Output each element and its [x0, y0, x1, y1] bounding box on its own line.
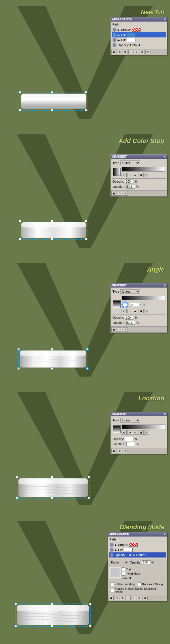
gradient-panel-2: GRADIENT ✕ Type Linear Radial ↩ ↪: [110, 154, 167, 197]
blend-mode-select-5[interactable]: Darken Normal Multiply Screen Overlay: [109, 560, 129, 565]
appearance-fill-row-1[interactable]: ▶ Fill:: [112, 32, 166, 37]
divider-3a: [112, 314, 166, 315]
clip-checkbox-5[interactable]: [122, 567, 125, 571]
appearance-toolbar-1: ▣ fx 🗑 ↑ ↓ ⧉ ✕: [111, 49, 167, 55]
stroke-swatch-1[interactable]: [132, 28, 141, 32]
invert-mask-checkbox-5[interactable]: [122, 572, 125, 576]
opacity-mask-checkbox-5[interactable]: [110, 589, 114, 592]
appearance-opacity-row-5[interactable]: Opacity: 100% Darken: [109, 552, 166, 558]
clip-checkbox-label-5[interactable]: Clip: [122, 567, 141, 571]
add-stroke-btn-5[interactable]: fx: [114, 596, 119, 600]
opacity-blend-input-5[interactable]: [142, 560, 150, 564]
grad-tool-c-4[interactable]: ✕: [123, 449, 128, 453]
grad-tool-b-4[interactable]: ⧉: [117, 449, 122, 453]
location-input-4[interactable]: [126, 442, 135, 446]
svg-rect-44: [51, 476, 53, 478]
eye-icon-stroke-1: [112, 28, 116, 32]
angle-input-3[interactable]: [129, 303, 139, 307]
grad-btn-a-3[interactable]: ↩: [122, 309, 127, 313]
fill-arrow-1: ▶: [118, 33, 120, 37]
gradient-panel-titlebar-2: GRADIENT ✕: [111, 155, 167, 159]
stroke-swatch-5[interactable]: [129, 543, 138, 547]
grad-btn-e-2[interactable]: ✕: [144, 173, 149, 177]
location-label-4: Location:: [112, 442, 125, 446]
grad-tool-a-4[interactable]: ▣: [111, 449, 116, 453]
gradient-preview-row-2: ↩ ↪ ⇄ ▣ ✕: [112, 166, 166, 178]
opacity-input-4[interactable]: [125, 437, 133, 441]
add-fill-btn-5[interactable]: ▣: [109, 596, 114, 600]
invert-mask-checkbox-label-5[interactable]: Invert Mask: [122, 572, 141, 576]
appearance-stroke-row-1[interactable]: ▶ Stroke:: [112, 27, 166, 32]
appearance-fill-row-5[interactable]: ▶ Fill:: [109, 547, 166, 552]
up-btn-5[interactable]: ↑: [126, 596, 131, 600]
grad-tool-c-3[interactable]: ✕: [123, 327, 128, 332]
gradient-bar-4[interactable]: [122, 425, 165, 429]
dup-btn-5[interactable]: ⧉: [137, 596, 142, 600]
opacity-mask-label-5[interactable]: Opacity & Mask Define Knockout Shape: [110, 587, 165, 594]
grad-tool-a-2[interactable]: ▣: [111, 191, 116, 196]
grad-btn-a-4[interactable]: ↩: [122, 430, 127, 435]
grad-btn-c-2[interactable]: ⇄: [133, 173, 138, 177]
dup-btn-1[interactable]: ⧉: [140, 50, 145, 54]
svg-rect-9: [51, 91, 53, 93]
grad-btn-e-3[interactable]: ✕: [144, 309, 149, 313]
fill-swatch-1[interactable]: [127, 33, 135, 37]
fill2-swatch-1[interactable]: [127, 38, 135, 42]
add-fill-btn-1[interactable]: ▣: [111, 50, 116, 54]
gradient-location-row-2: Location: %: [112, 184, 166, 189]
appearance-fill2-row-1[interactable]: ▶ Fill:: [112, 37, 166, 43]
gradient-bar-2[interactable]: [122, 167, 165, 172]
opacity-input-3[interactable]: [125, 316, 133, 320]
appearance-panel-close-5[interactable]: ✕: [163, 533, 166, 536]
location-input-2[interactable]: [126, 185, 135, 189]
opacity-input-2[interactable]: [125, 180, 133, 183]
svg-rect-10: [51, 109, 53, 111]
isolate-blending-checkbox-5[interactable]: [110, 582, 114, 586]
divider-2a: [112, 178, 166, 179]
grad-btn-e-4[interactable]: ✕: [144, 430, 149, 435]
down-btn-1[interactable]: ↓: [134, 50, 139, 54]
location-input-3[interactable]: [126, 321, 135, 325]
grad-tool-b-2[interactable]: ⧉: [117, 191, 122, 196]
grad-btn-b-2[interactable]: ↪: [127, 173, 132, 177]
svg-rect-54: [89, 625, 91, 627]
gradient-opacity-row-4: Opacity: %: [112, 436, 166, 442]
down-btn-5[interactable]: ↓: [131, 596, 136, 600]
add-stroke-btn-1[interactable]: fx: [117, 50, 122, 54]
gradient-opacity-row-3: Opacity: %: [112, 315, 166, 320]
del-btn-1[interactable]: ✕: [145, 50, 150, 54]
grad-tool-b-3[interactable]: ⧉: [117, 327, 122, 332]
grad-btn-d-3[interactable]: ▣: [139, 309, 144, 313]
grad-btn-d-2[interactable]: ▣: [139, 173, 144, 177]
grad-btn-c-4[interactable]: ⇄: [133, 430, 138, 435]
gradient-bar-3[interactable]: [122, 296, 165, 300]
knockout-group-label-5[interactable]: Knockout Group: [138, 582, 163, 586]
appearance-panel-close-1[interactable]: ✕: [163, 18, 166, 21]
eye-icon-opacity-5: [110, 553, 114, 557]
grad-tool-a-3[interactable]: ▣: [111, 327, 116, 332]
clear-btn-1[interactable]: 🗑: [123, 50, 128, 54]
angle-reverse-3[interactable]: ⇄: [142, 303, 147, 307]
del-btn-5[interactable]: ✕: [143, 596, 148, 600]
type-select-4[interactable]: Linear: [120, 418, 140, 423]
knockout-group-checkbox-5[interactable]: [138, 582, 142, 586]
clear-btn-5[interactable]: 🗑: [120, 596, 125, 600]
gradient-panel-close-3[interactable]: ✕: [163, 284, 166, 287]
fill-label-1: Fill:: [121, 33, 126, 37]
appearance-stroke-row-5[interactable]: ▶ Stroke:: [109, 542, 166, 547]
grad-btn-d-4[interactable]: ▣: [139, 430, 144, 435]
type-select-2[interactable]: Linear Radial: [120, 161, 140, 165]
opacity-value-5: 100% Darken: [127, 553, 146, 557]
gradient-panel-close-2[interactable]: ✕: [163, 155, 166, 158]
grad-btn-b-4[interactable]: ↪: [127, 430, 132, 435]
grad-btn-a-2[interactable]: ↩: [122, 173, 127, 177]
type-select-3[interactable]: Linear: [120, 289, 140, 294]
angle-circle-3[interactable]: [122, 301, 128, 308]
gradient-panel-close-4[interactable]: ✕: [163, 413, 166, 416]
isolate-blending-label-5[interactable]: Isolate Blending: [110, 582, 135, 586]
fill-swatch-5[interactable]: [124, 548, 133, 552]
grad-btn-b-3[interactable]: ↪: [127, 309, 132, 313]
grad-btn-c-3[interactable]: ⇄: [133, 309, 138, 313]
up-btn-1[interactable]: ↑: [128, 50, 133, 54]
grad-tool-c-2[interactable]: ✕: [123, 191, 128, 196]
